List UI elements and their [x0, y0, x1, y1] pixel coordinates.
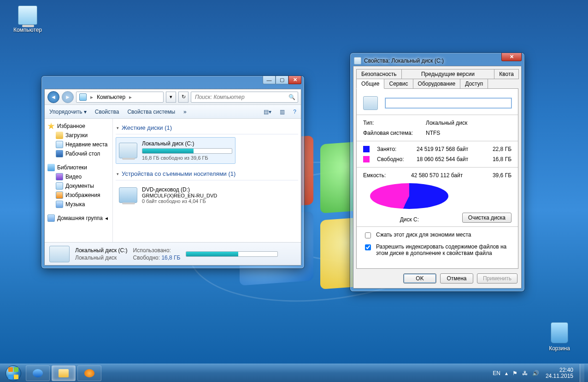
nav-video[interactable]: Видео [47, 172, 111, 181]
music-icon [56, 201, 63, 208]
taskbar-clock[interactable]: 22:40 24.11.2015 [544, 367, 575, 379]
action-center-icon[interactable]: ⚑ [512, 370, 517, 376]
maximize-button[interactable]: ▢ [276, 76, 288, 84]
nav-homegroup[interactable]: Домашняя группа ◂ [47, 214, 111, 223]
free-gb: 16,8 ГБ [493, 156, 512, 162]
view-mode-button[interactable]: ▤▾ [264, 109, 271, 115]
tab-sharing[interactable]: Доступ [460, 79, 488, 89]
nav-libraries[interactable]: Библиотеки [47, 163, 111, 172]
nav-desktop[interactable]: Рабочий стол [47, 149, 111, 158]
explorer-toolbar: Упорядочить ▾ Свойства Свойства системы … [45, 105, 301, 119]
dvd-drive-icon [119, 187, 137, 203]
compress-checkbox[interactable] [365, 232, 371, 238]
drive-d-tile[interactable]: DVD-дисковод (D:) GRMCULF(X)REO_EN-RU_DV… [116, 183, 235, 207]
volume-icon[interactable]: 🔊 [532, 370, 539, 376]
taskbar: EN ▴ ⚑ 🖧 🔊 22:40 24.11.2015 [0, 364, 588, 382]
history-dropdown-button[interactable]: ▾ [166, 92, 176, 103]
images-icon [56, 191, 63, 199]
compress-checkbox-row[interactable]: Сжать этот диск для экономии места [363, 230, 512, 242]
pie-caption: Диск C: [363, 216, 456, 223]
video-icon [56, 173, 63, 180]
nav-images[interactable]: Изображения [47, 191, 111, 200]
internet-explorer-icon [33, 369, 43, 377]
nav-favorites[interactable]: Избранное [47, 122, 111, 131]
computer-icon [79, 93, 87, 101]
minimize-button[interactable]: — [263, 76, 276, 84]
tab-hardware[interactable]: Оборудование [413, 79, 461, 89]
toolbar-overflow[interactable]: » [183, 109, 187, 115]
hard-drive-icon [49, 246, 70, 262]
breadcrumb[interactable]: ▸ Компьютер ▸ [76, 92, 164, 103]
toolbar-properties[interactable]: Свойства [95, 109, 119, 115]
tab-quota[interactable]: Квота [494, 69, 519, 79]
group-header-removable[interactable]: ▾Устройства со съемными носителями (1) [116, 168, 298, 179]
libraries-icon [47, 164, 55, 171]
cancel-button[interactable]: Отмена [440, 273, 473, 284]
recent-icon [56, 141, 63, 148]
index-checkbox-row[interactable]: Разрешить индексировать содержимое файло… [363, 242, 512, 258]
desktop-icon-label: Корзина [541, 345, 578, 352]
drive-name: DVD-дисковод (D:) [142, 186, 232, 193]
navigation-pane: Избранное Загрузки Недавние места Рабочи… [45, 119, 113, 242]
drive-c-tile[interactable]: Локальный диск (C:) 16,8 ГБ свободно из … [116, 137, 235, 164]
used-bytes: 24 519 917 568 байт [417, 146, 468, 152]
language-indicator[interactable]: EN [493, 370, 500, 376]
start-button[interactable] [2, 364, 25, 382]
tray-chevron-icon[interactable]: ▴ [505, 370, 508, 376]
folder-icon [59, 369, 69, 377]
chevron-down-icon: ▾ [117, 172, 119, 176]
preview-pane-button[interactable]: ▥ [280, 109, 285, 115]
taskbar-item-ie[interactable] [26, 365, 50, 381]
show-desktop-button[interactable] [580, 364, 584, 382]
close-button[interactable]: ✕ [501, 53, 522, 61]
tab-tools[interactable]: Сервис [384, 79, 413, 89]
index-checkbox[interactable] [365, 244, 371, 250]
type-value: Локальный диск [426, 120, 467, 126]
desktop-icon-computer[interactable]: Компьютер [9, 6, 46, 33]
system-tray: EN ▴ ⚑ 🖧 🔊 22:40 24.11.2015 [493, 364, 586, 382]
tab-security[interactable]: Безопасность [356, 69, 402, 79]
group-header-hdd[interactable]: ▾Жесткие диски (1) [116, 122, 298, 133]
address-bar-row: ◄ ► ▸ Компьютер ▸ ▾ ↻ 🔍 [45, 89, 301, 105]
disk-cleanup-button[interactable]: Очистка диска [462, 213, 512, 223]
nav-recent[interactable]: Недавние места [47, 140, 111, 149]
drive-usage-bar [142, 148, 232, 154]
drive-free-text: 0 байт свободно из 4,04 ГБ [142, 198, 232, 204]
capacity-gb: 39,6 ГБ [493, 172, 512, 179]
taskbar-item-media-player[interactable] [77, 365, 101, 381]
close-button[interactable]: ✕ [288, 76, 301, 84]
dialog-button-row: OK Отмена Применить [353, 269, 521, 288]
forward-button[interactable]: ► [62, 91, 74, 103]
details-title: Локальный диск (C:) [75, 247, 128, 254]
back-button[interactable]: ◄ [47, 91, 59, 103]
help-button[interactable]: ? [293, 109, 296, 115]
content-area: ▾Жесткие диски (1) Локальный диск (C:) 1… [113, 119, 301, 242]
tab-panel-general: Тип:Локальный диск Файловая система:NTFS… [356, 88, 518, 269]
search-box[interactable]: 🔍 [191, 92, 298, 103]
drive-volume-label: GRMCULF(X)REO_EN-RU_DVD [142, 193, 232, 198]
window-title: Свойства: Локальный диск (C:) [364, 58, 444, 64]
tab-general[interactable]: Общие [356, 79, 384, 89]
volume-name-input[interactable] [385, 98, 512, 108]
nav-documents[interactable]: Документы [47, 181, 111, 191]
free-bytes: 18 060 652 544 байт [417, 156, 468, 162]
nav-downloads[interactable]: Загрузки [47, 131, 111, 140]
ok-button[interactable]: OK [403, 273, 436, 284]
tab-previous-versions[interactable]: Предыдущие версии [401, 69, 495, 79]
disk-usage-pie-chart [370, 183, 448, 215]
network-icon[interactable]: 🖧 [522, 370, 528, 376]
toolbar-system-properties[interactable]: Свойства системы [127, 109, 175, 115]
tab-strip: Безопасность Предыдущие версии Квота Общ… [353, 66, 521, 88]
taskbar-item-explorer[interactable] [52, 365, 76, 381]
search-input[interactable] [194, 93, 295, 101]
refresh-button[interactable]: ↻ [178, 92, 188, 103]
properties-dialog: Свойства: Локальный диск (C:) ✕ Безопасн… [350, 53, 524, 291]
folder-icon [56, 132, 63, 139]
nav-music[interactable]: Музыка [47, 200, 111, 209]
windows-logo-icon [6, 365, 21, 381]
toolbar-organize[interactable]: Упорядочить ▾ [49, 109, 87, 115]
hard-drive-icon [119, 143, 137, 158]
desktop-icon-recycle-bin[interactable]: Корзина [541, 322, 578, 352]
breadcrumb-item[interactable]: Компьютер [97, 94, 125, 100]
apply-button: Применить [477, 273, 517, 284]
